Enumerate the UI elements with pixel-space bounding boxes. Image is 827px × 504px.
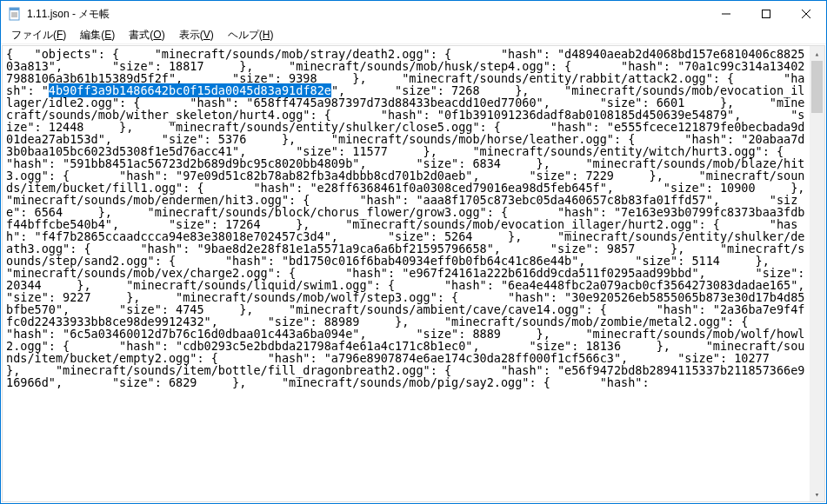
menubar: ファイル(F) 編集(E) 書式(O) 表示(V) ヘルプ(H) [1, 27, 826, 44]
minimize-button[interactable] [706, 1, 746, 27]
menu-file[interactable]: ファイル(F) [4, 26, 73, 44]
scroll-thumb[interactable] [811, 61, 823, 113]
text-editor[interactable]: { "objects": { "minecraft/sounds/mob/str… [3, 46, 810, 501]
menu-help[interactable]: ヘルプ(H) [221, 26, 281, 44]
menu-format[interactable]: 書式(O) [122, 26, 171, 44]
menu-edit[interactable]: 編集(E) [73, 26, 122, 44]
svg-rect-6 [763, 10, 770, 18]
notepad-window: 1.11.json - メモ帳 ファイル(F) 編集(E) 書式(O) 表示(V… [0, 0, 827, 504]
window-title: 1.11.json - メモ帳 [27, 7, 706, 22]
svg-rect-1 [10, 8, 19, 10]
notepad-icon [8, 7, 22, 21]
close-button[interactable] [786, 1, 826, 27]
editor-wrap: { "objects": { "minecraft/sounds/mob/str… [2, 45, 825, 502]
menu-view[interactable]: 表示(V) [172, 26, 221, 44]
window-controls [706, 1, 826, 27]
vertical-scrollbar[interactable]: ▴ ▾ [810, 46, 824, 501]
text-after-selection: ", "size": 7268 }, "minecraft/sounds/mob… [6, 83, 810, 389]
scroll-down-arrow[interactable]: ▾ [810, 487, 824, 501]
scroll-up-arrow[interactable]: ▴ [810, 46, 824, 61]
maximize-button[interactable] [746, 1, 786, 27]
titlebar[interactable]: 1.11.json - メモ帳 [1, 1, 826, 27]
